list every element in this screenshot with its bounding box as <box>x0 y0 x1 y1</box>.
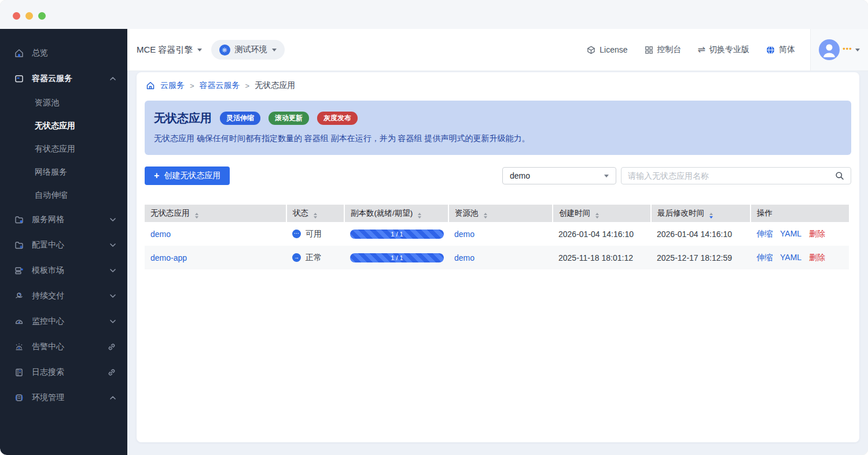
close-window-button[interactable] <box>13 12 20 20</box>
sidebar-item-overview[interactable]: 总览 <box>0 40 127 66</box>
more-dots-icon: ••• <box>843 45 852 55</box>
pool-link[interactable]: demo <box>454 230 475 239</box>
minimize-window-button[interactable] <box>25 12 33 20</box>
column-label: 状态 <box>293 209 308 217</box>
column-header-replicas[interactable]: 副本数(就绪/期望) <box>344 205 448 222</box>
banner-description: 无状态应用 确保任何时间都有指定数量的 容器组 副本在运行，并为 容器组 提供声… <box>154 134 842 144</box>
sidebar-item-template-market[interactable]: 模板市场 <box>0 258 127 283</box>
sidebar-item-alert-center[interactable]: 告警中心 <box>0 334 127 360</box>
column-label: 无状态应用 <box>150 209 190 217</box>
sort-toggle[interactable] <box>314 213 317 219</box>
sort-toggle[interactable] <box>595 213 599 219</box>
log-search-icon <box>14 367 24 378</box>
chevron-down-icon <box>197 49 202 51</box>
chevron-down-icon <box>110 243 116 247</box>
sidebar-item-label: 配置中心 <box>32 240 64 250</box>
toolbar: + 创建无状态应用 demo <box>145 167 851 185</box>
info-banner: 无状态应用 灵活伸缩 滚动更新 灰度发布 无状态应用 确保任何时间都有指定数量的… <box>145 101 851 155</box>
sidebar-item-continuous-delivery[interactable]: 持续交付 <box>0 283 127 309</box>
sidebar-subitem-stateful-apps[interactable]: 有状态应用 <box>0 138 127 161</box>
created-time: 2025-11-18 18:01:12 <box>558 253 633 262</box>
sidebar-subitem-stateless-apps[interactable]: 无状态应用 <box>0 114 127 138</box>
sidebar-item-label: 持续交付 <box>32 291 64 301</box>
sidebar-subitem-label: 资源池 <box>35 98 59 108</box>
language-label: 简体 <box>779 45 795 55</box>
external-link-icon <box>108 368 116 376</box>
zoom-window-button[interactable] <box>38 12 46 20</box>
account-menu[interactable]: ••• <box>810 29 868 71</box>
yaml-action[interactable]: YAML <box>780 253 801 263</box>
breadcrumb-cloud-services[interactable]: 云服务 <box>160 80 185 91</box>
sidebar-item-container-cloud-service[interactable]: 容器云服务 <box>0 66 127 91</box>
sidebar-item-env-management[interactable]: 环境管理 <box>0 385 127 410</box>
chevron-down-icon <box>110 294 116 298</box>
sidebar-subitem-resource-pool[interactable]: 资源池 <box>0 91 127 114</box>
continuous-delivery-icon <box>14 291 24 301</box>
sidebar-item-label: 监控中心 <box>32 316 64 327</box>
app-name-link[interactable]: demo <box>150 230 171 239</box>
table-row: demo-app 正常 1 / 1 demo 2025-11-18 18:01:… <box>145 246 849 269</box>
switch-icon: ⇌ <box>698 45 705 54</box>
kubernetes-icon: ⎈ <box>219 45 230 56</box>
modified-time: 2026-01-04 14:16:10 <box>657 230 732 239</box>
sidebar-item-monitor-center[interactable]: 监控中心 <box>0 309 127 334</box>
sidebar-item-label: 容器云服务 <box>32 73 72 84</box>
column-label: 副本数(就绪/期望) <box>351 209 413 217</box>
sidebar-item-label: 告警中心 <box>32 342 64 352</box>
language-link[interactable]: 简体 <box>766 45 795 55</box>
pool-filter-select[interactable]: demo <box>502 167 616 184</box>
alert-center-icon <box>14 342 24 352</box>
delete-action[interactable]: 删除 <box>809 229 825 239</box>
license-icon <box>586 45 596 55</box>
ellipsis-circle-icon <box>292 230 301 238</box>
sidebar-item-service-mesh[interactable]: 服务网格 <box>0 207 127 232</box>
sidebar-item-label: 总览 <box>32 48 48 58</box>
config-center-icon <box>14 240 24 250</box>
console-link[interactable]: 控制台 <box>644 45 682 55</box>
column-header-name[interactable]: 无状态应用 <box>145 205 286 222</box>
search-input[interactable] <box>628 171 835 180</box>
scale-action[interactable]: 伸缩 <box>756 229 773 239</box>
license-link[interactable]: License <box>586 45 627 55</box>
search-icon[interactable] <box>835 171 844 180</box>
sort-toggle-active-desc[interactable] <box>709 213 713 219</box>
sidebar-item-config-center[interactable]: 配置中心 <box>0 232 127 258</box>
chevron-down-icon <box>604 175 609 177</box>
create-stateless-app-button[interactable]: + 创建无状态应用 <box>145 167 230 185</box>
column-header-pool[interactable]: 资源池 <box>448 205 553 222</box>
pool-link[interactable]: demo <box>454 253 475 262</box>
sort-toggle[interactable] <box>418 213 421 219</box>
breadcrumb: 云服务 > 容器云服务 > 无状态应用 <box>146 80 851 91</box>
column-header-modified[interactable]: 最后修改时间 <box>651 205 751 222</box>
sidebar-subitem-label: 有状态应用 <box>35 144 75 154</box>
sort-toggle[interactable] <box>195 213 198 219</box>
sidebar-subitem-autoscaling[interactable]: 自动伸缩 <box>0 184 127 207</box>
arrow-circle-icon <box>292 253 301 262</box>
yaml-action[interactable]: YAML <box>780 229 801 239</box>
app-name-link[interactable]: demo-app <box>150 253 187 262</box>
sidebar-subitem-network-service[interactable]: 网络服务 <box>0 161 127 184</box>
sidebar-item-log-search[interactable]: 日志搜索 <box>0 360 127 385</box>
replicas-progress-bar: 1 / 1 <box>350 253 444 262</box>
user-avatar <box>819 39 840 60</box>
column-header-status[interactable]: 状态 <box>286 205 344 222</box>
delete-action[interactable]: 删除 <box>809 253 825 263</box>
monitor-center-icon <box>14 316 24 327</box>
sidebar-item-label: 模板市场 <box>32 265 64 276</box>
environment-selector[interactable]: ⎈ 测试环境 <box>211 40 285 60</box>
toolbar-right: demo <box>502 167 851 184</box>
top-header: MCE 容器引擎 ⎈ 测试环境 License 控制台 ⇌ 切换专业版 简 <box>127 29 868 71</box>
column-header-created[interactable]: 创建时间 <box>553 205 651 222</box>
product-switcher[interactable]: MCE 容器引擎 <box>137 45 202 56</box>
created-time: 2026-01-04 14:16:10 <box>558 230 634 239</box>
search-box <box>621 167 851 184</box>
breadcrumb-container-cloud[interactable]: 容器云服务 <box>200 80 240 91</box>
sort-toggle[interactable] <box>484 213 487 219</box>
stateless-apps-table: 无状态应用 状态 副本数(就绪/期望) 资源池 创建时间 最后修改时间 操作 d… <box>145 205 849 269</box>
scale-action[interactable]: 伸缩 <box>756 253 773 263</box>
column-header-actions: 操作 <box>751 205 849 222</box>
switch-pro-link[interactable]: ⇌ 切换专业版 <box>698 45 749 55</box>
pool-filter-value: demo <box>510 171 530 180</box>
app-window: 总览 容器云服务 资源池 无状态应用 有状态应用 网络服务 自动伸缩 服务网格 … <box>0 0 868 455</box>
chevron-down-icon <box>110 269 116 272</box>
